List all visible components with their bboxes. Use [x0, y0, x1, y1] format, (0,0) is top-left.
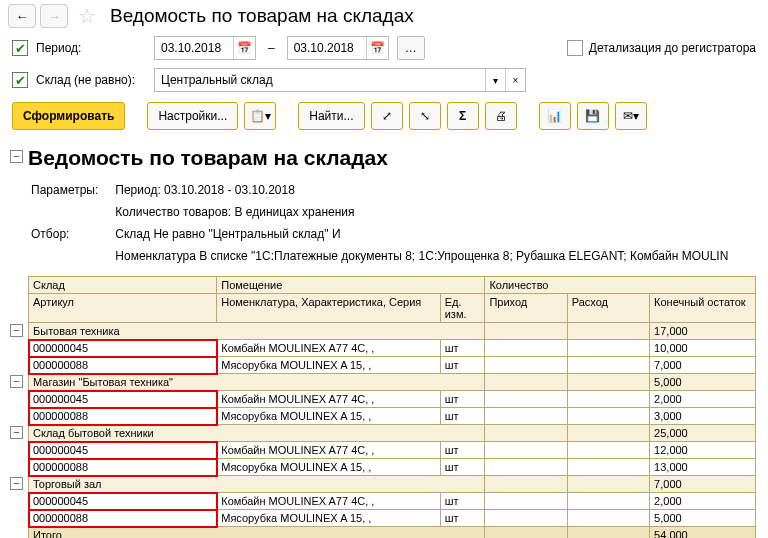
nomenclature-cell[interactable]: Комбайн MOULINEX A77 4C, ,: [217, 493, 441, 510]
expand-button[interactable]: ⤢: [371, 102, 403, 130]
group-row[interactable]: Торговый зал: [29, 476, 485, 493]
article-cell[interactable]: 000000045: [29, 340, 217, 357]
article-cell[interactable]: 000000045: [29, 493, 217, 510]
nomenclature-cell[interactable]: Мясорубка MOULINEX A 15, ,: [217, 408, 441, 425]
col-room: Помещение: [217, 277, 485, 294]
group-balance: 7,000: [650, 476, 756, 493]
total-label: Итого: [29, 527, 485, 539]
col-qty: Количество: [485, 277, 756, 294]
article-cell[interactable]: 000000088: [29, 357, 217, 374]
report-parameters: Параметры: Период: 03.10.2018 - 03.10.20…: [28, 178, 744, 268]
unit-cell: шт: [440, 391, 485, 408]
nomenclature-cell[interactable]: Комбайн MOULINEX A77 4C, ,: [217, 391, 441, 408]
generate-button[interactable]: Сформировать: [12, 102, 125, 130]
group-row[interactable]: Склад бытовой техники: [29, 425, 485, 442]
group-row[interactable]: Магазин "Бытовая техника": [29, 374, 485, 391]
page-title: Ведомость по товарам на складах: [110, 5, 414, 27]
save-button[interactable]: 💾: [577, 102, 609, 130]
unit-cell: шт: [440, 510, 485, 527]
nav-forward-button[interactable]: →: [40, 4, 68, 28]
balance-cell: 13,000: [650, 459, 756, 476]
article-cell[interactable]: 000000045: [29, 391, 217, 408]
chart-button[interactable]: 📊: [539, 102, 571, 130]
balance-cell: 10,000: [650, 340, 756, 357]
unit-cell: шт: [440, 357, 485, 374]
balance-cell: 3,000: [650, 408, 756, 425]
warehouse-combo[interactable]: ▾ ×: [154, 68, 526, 92]
unit-cell: шт: [440, 493, 485, 510]
dropdown-icon[interactable]: ▾: [485, 69, 505, 91]
article-cell[interactable]: 000000045: [29, 442, 217, 459]
balance-cell: 2,000: [650, 493, 756, 510]
collapse-group-button[interactable]: −: [10, 477, 23, 490]
nomenclature-cell[interactable]: Мясорубка MOULINEX A 15, ,: [217, 510, 441, 527]
date-from-input[interactable]: [155, 37, 233, 59]
email-button[interactable]: ✉▾: [615, 102, 647, 130]
date-from-field[interactable]: 📅: [154, 36, 256, 60]
col-balance: Конечный остаток: [650, 294, 756, 323]
col-expense: Расход: [567, 294, 649, 323]
unit-cell: шт: [440, 408, 485, 425]
col-article: Артикул: [29, 294, 217, 323]
col-warehouse: Склад: [29, 277, 217, 294]
nomenclature-cell[interactable]: Мясорубка MOULINEX A 15, ,: [217, 459, 441, 476]
balance-cell: 12,000: [650, 442, 756, 459]
sum-button[interactable]: Σ: [447, 102, 479, 130]
balance-cell: 7,000: [650, 357, 756, 374]
report-title: Ведомость по товарам на складах: [28, 146, 756, 170]
nomenclature-cell[interactable]: Мясорубка MOULINEX A 15, ,: [217, 357, 441, 374]
period-label: Период:: [36, 41, 146, 55]
warehouse-checkbox[interactable]: ✔: [12, 72, 28, 88]
nav-back-button[interactable]: ←: [8, 4, 36, 28]
date-to-field[interactable]: 📅: [287, 36, 389, 60]
unit-cell: шт: [440, 442, 485, 459]
detail-label: Детализация до регистратора: [589, 41, 756, 55]
nomenclature-cell[interactable]: Комбайн MOULINEX A77 4C, ,: [217, 442, 441, 459]
group-balance: 25,000: [650, 425, 756, 442]
total-balance: 54,000: [650, 527, 756, 539]
report-table: Склад Помещение Количество Артикул Номен…: [28, 276, 756, 538]
clear-icon[interactable]: ×: [505, 69, 525, 91]
warehouse-input[interactable]: [155, 69, 485, 91]
nomenclature-cell[interactable]: Комбайн MOULINEX A77 4C, ,: [217, 340, 441, 357]
article-cell[interactable]: 000000088: [29, 510, 217, 527]
unit-cell: шт: [440, 340, 485, 357]
settings-variants-button[interactable]: 📋▾: [244, 102, 276, 130]
period-checkbox[interactable]: ✔: [12, 40, 28, 56]
warehouse-label: Склад (не равно):: [36, 73, 146, 87]
collapse-button[interactable]: ⤡: [409, 102, 441, 130]
col-income: Приход: [485, 294, 567, 323]
collapse-group-button[interactable]: −: [10, 324, 23, 337]
date-to-input[interactable]: [288, 37, 366, 59]
group-balance: 5,000: [650, 374, 756, 391]
favorite-star-icon[interactable]: ☆: [78, 4, 96, 28]
article-cell[interactable]: 000000088: [29, 408, 217, 425]
print-button[interactable]: 🖨: [485, 102, 517, 130]
balance-cell: 2,000: [650, 391, 756, 408]
date-separator: –: [268, 41, 275, 55]
group-balance: 17,000: [650, 323, 756, 340]
collapse-group-button[interactable]: −: [10, 426, 23, 439]
unit-cell: шт: [440, 459, 485, 476]
article-cell[interactable]: 000000088: [29, 459, 217, 476]
calendar-icon[interactable]: 📅: [366, 37, 388, 59]
group-row[interactable]: Бытовая техника: [29, 323, 485, 340]
calendar-icon[interactable]: 📅: [233, 37, 255, 59]
balance-cell: 5,000: [650, 510, 756, 527]
detail-checkbox[interactable]: ✔: [567, 40, 583, 56]
settings-button[interactable]: Настройки...: [147, 102, 238, 130]
find-button[interactable]: Найти...: [298, 102, 364, 130]
collapse-report-button[interactable]: −: [10, 150, 23, 163]
period-select-button[interactable]: …: [397, 36, 425, 60]
collapse-group-button[interactable]: −: [10, 375, 23, 388]
col-unit: Ед. изм.: [440, 294, 485, 323]
col-nomenclature: Номенклатура, Характеристика, Серия: [217, 294, 441, 323]
